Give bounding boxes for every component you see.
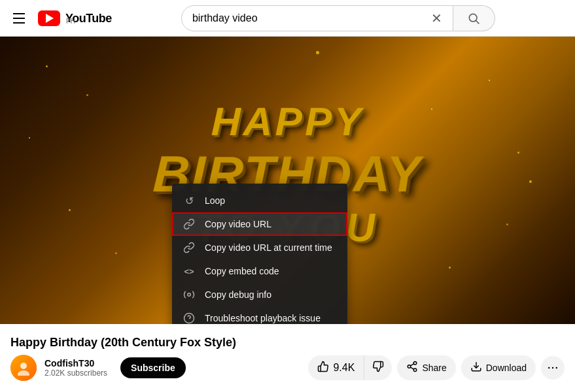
channel-row: CodfishT30 2.02K subscribers Subscribe 9… — [10, 355, 565, 381]
youtube-wordmark: YouTube PH — [65, 12, 112, 25]
youtube-country: PH — [66, 18, 112, 25]
copy-embed-icon: <> — [183, 265, 196, 278]
share-button[interactable]: Share — [397, 355, 455, 380]
menu-item-copy-url-time[interactable]: Copy video URL at current time — [172, 236, 347, 259]
avatar[interactable] — [10, 355, 37, 381]
svg-point-12 — [414, 368, 417, 372]
youtube-logo[interactable]: YouTube PH — [38, 10, 112, 26]
like-button[interactable]: 9.4K — [308, 355, 364, 380]
menu-item-copy-url-label: Copy video URL — [205, 219, 271, 229]
youtube-play-icon — [46, 14, 54, 23]
more-button[interactable] — [541, 356, 565, 380]
channel-info: CodfishT30 2.02K subscribers — [44, 358, 107, 378]
menu-item-copy-debug[interactable]: Copy debug info — [172, 283, 347, 306]
video-title-row: Happy Birthday (20th Century Fox Style) — [10, 336, 565, 350]
troubleshoot-icon — [183, 312, 196, 324]
bottom-bar: Happy Birthday (20th Century Fox Style) … — [0, 324, 575, 392]
svg-point-17 — [552, 367, 554, 368]
channel-name[interactable]: CodfishT30 — [44, 358, 107, 368]
menu-item-copy-embed[interactable]: <> Copy embed code — [172, 259, 347, 283]
subscribe-button[interactable]: Subscribe — [120, 357, 186, 378]
header: YouTube PH ✕ — [0, 0, 575, 37]
search-clear-icon[interactable]: ✕ — [431, 10, 442, 26]
svg-point-8 — [20, 363, 27, 369]
svg-point-18 — [556, 367, 558, 368]
video-title: Happy Birthday (20th Century Fox Style) — [10, 336, 236, 349]
share-icon — [406, 361, 418, 375]
search-input[interactable] — [192, 12, 426, 24]
menu-item-copy-url-time-label: Copy video URL at current time — [205, 242, 332, 253]
svg-point-0 — [470, 14, 478, 22]
more-icon — [546, 361, 559, 374]
copy-url-time-icon — [183, 241, 196, 254]
svg-point-16 — [548, 367, 550, 368]
menu-item-copy-url[interactable]: Copy video URL — [172, 212, 347, 236]
loop-icon: ↺ — [183, 194, 196, 207]
copy-debug-icon — [183, 288, 196, 301]
svg-line-1 — [476, 20, 479, 24]
like-icon — [317, 361, 329, 375]
avatar-inner — [10, 355, 37, 381]
svg-point-11 — [408, 365, 411, 368]
download-button[interactable]: Download — [461, 355, 536, 380]
hamburger-menu[interactable] — [10, 10, 27, 26]
download-icon — [470, 361, 482, 375]
header-left: YouTube PH — [10, 10, 112, 26]
svg-point-2 — [188, 293, 191, 297]
menu-item-copy-embed-label: Copy embed code — [205, 266, 279, 276]
search-button[interactable] — [453, 5, 495, 31]
video-player[interactable]: HAPPY BIRTHDAY TO YOU ↺ Loop Copy video … — [0, 37, 575, 324]
channel-subscribers: 2.02K subscribers — [44, 368, 107, 378]
menu-item-troubleshoot-label: Troubleshoot playback issue — [205, 313, 321, 323]
menu-item-copy-debug-label: Copy debug info — [205, 289, 271, 300]
avatar-icon — [16, 360, 31, 376]
svg-point-10 — [414, 361, 417, 365]
dislike-button[interactable] — [364, 355, 392, 380]
menu-item-troubleshoot[interactable]: Troubleshoot playback issue — [172, 306, 347, 324]
share-label: Share — [422, 363, 446, 373]
actions-right: 9.4K — [308, 355, 565, 380]
menu-item-loop-label: Loop — [205, 195, 225, 206]
search-bar: ✕ — [181, 5, 495, 31]
menu-item-loop[interactable]: ↺ Loop — [172, 189, 347, 212]
like-dislike-group: 9.4K — [308, 355, 392, 380]
context-menu: ↺ Loop Copy video URL Copy video URL at … — [172, 184, 347, 324]
svg-point-9 — [18, 370, 29, 376]
video-text-happy: HAPPY — [211, 98, 364, 144]
copy-url-icon — [183, 218, 196, 231]
download-label: Download — [486, 363, 527, 373]
youtube-icon — [38, 10, 60, 26]
svg-line-13 — [411, 367, 414, 369]
like-count: 9.4K — [333, 362, 355, 374]
search-input-wrapper: ✕ — [181, 5, 453, 31]
svg-line-14 — [411, 363, 414, 365]
